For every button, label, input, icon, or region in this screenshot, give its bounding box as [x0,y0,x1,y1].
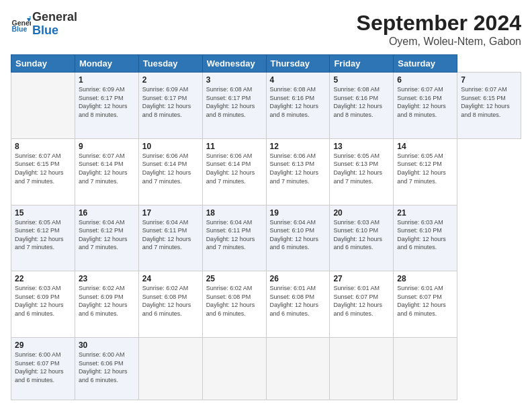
calendar-title: September 2024 [357,11,521,36]
table-cell [394,338,457,400]
col-friday: Friday [330,55,394,73]
day-number: 28 [397,274,453,283]
table-cell [202,338,266,400]
table-cell: 21 Sunrise: 6:03 AM Sunset: 6:10 PM Dayl… [394,205,457,271]
day-number: 25 [206,274,263,283]
day-number: 22 [15,274,71,283]
table-cell: 10 Sunrise: 6:06 AM Sunset: 6:14 PM Dayl… [138,138,202,205]
day-number: 6 [397,75,453,85]
calendar-table: Sunday Monday Tuesday Wednesday Thursday… [11,54,521,400]
logo-general: General [32,11,77,24]
table-cell: 1 Sunrise: 6:09 AM Sunset: 6:17 PM Dayli… [75,73,138,139]
day-number: 11 [206,142,263,151]
day-number: 3 [206,75,263,85]
table-cell: 26 Sunrise: 6:01 AM Sunset: 6:08 PM Dayl… [266,271,330,338]
day-info: Sunrise: 6:01 AM Sunset: 6:07 PM Dayligh… [397,284,453,318]
day-info: Sunrise: 6:00 AM Sunset: 6:07 PM Dayligh… [15,351,71,384]
table-cell: 13 Sunrise: 6:05 AM Sunset: 6:13 PM Dayl… [330,138,394,205]
day-number: 15 [15,208,71,218]
day-info: Sunrise: 6:07 AM Sunset: 6:15 PM Dayligh… [15,152,71,185]
day-number: 18 [206,208,263,218]
table-cell: 24 Sunrise: 6:02 AM Sunset: 6:08 PM Dayl… [138,271,202,338]
table-cell: 27 Sunrise: 6:01 AM Sunset: 6:07 PM Dayl… [330,271,394,338]
col-sunday: Sunday [11,55,75,73]
day-info: Sunrise: 6:03 AM Sunset: 6:10 PM Dayligh… [333,218,390,252]
table-cell: 19 Sunrise: 6:04 AM Sunset: 6:10 PM Dayl… [266,205,330,271]
table-cell: 7 Sunrise: 6:07 AM Sunset: 6:15 PM Dayli… [457,73,521,139]
day-info: Sunrise: 6:08 AM Sunset: 6:16 PM Dayligh… [270,85,326,119]
day-number: 17 [142,208,199,218]
day-info: Sunrise: 6:00 AM Sunset: 6:06 PM Dayligh… [79,351,135,384]
table-cell: 4 Sunrise: 6:08 AM Sunset: 6:16 PM Dayli… [266,73,330,139]
header: General Blue General Blue September 2024… [11,11,521,48]
day-info: Sunrise: 6:06 AM Sunset: 6:14 PM Dayligh… [206,152,263,185]
day-info: Sunrise: 6:01 AM Sunset: 6:08 PM Dayligh… [270,284,326,318]
day-info: Sunrise: 6:09 AM Sunset: 6:17 PM Dayligh… [79,85,135,119]
logo: General Blue General Blue [11,11,77,38]
table-cell: 14 Sunrise: 6:05 AM Sunset: 6:12 PM Dayl… [394,138,457,205]
table-cell: 17 Sunrise: 6:04 AM Sunset: 6:11 PM Dayl… [138,205,202,271]
table-cell: 28 Sunrise: 6:01 AM Sunset: 6:07 PM Dayl… [394,271,457,338]
svg-text:Blue: Blue [12,25,28,33]
table-cell: 5 Sunrise: 6:08 AM Sunset: 6:16 PM Dayli… [330,73,394,139]
day-number: 2 [142,75,199,85]
day-info: Sunrise: 6:04 AM Sunset: 6:12 PM Dayligh… [79,218,135,252]
day-number: 26 [270,274,326,283]
table-cell [266,338,330,400]
day-number: 8 [15,142,71,151]
col-saturday: Saturday [394,55,457,73]
day-number: 29 [15,340,71,350]
day-number: 7 [461,75,517,85]
col-tuesday: Tuesday [138,55,202,73]
day-number: 19 [270,208,326,218]
col-monday: Monday [75,55,138,73]
calendar-week-row: 15 Sunrise: 6:05 AM Sunset: 6:12 PM Dayl… [11,205,521,271]
day-number: 14 [397,142,453,151]
table-cell [138,338,202,400]
day-info: Sunrise: 6:05 AM Sunset: 6:12 PM Dayligh… [15,218,71,252]
day-number: 12 [270,142,326,151]
table-cell: 11 Sunrise: 6:06 AM Sunset: 6:14 PM Dayl… [202,138,266,205]
table-cell: 30 Sunrise: 6:00 AM Sunset: 6:06 PM Dayl… [75,338,138,400]
day-number: 9 [79,142,135,151]
day-info: Sunrise: 6:03 AM Sunset: 6:10 PM Dayligh… [397,218,453,252]
day-number: 24 [142,274,199,283]
day-number: 13 [333,142,390,151]
table-cell: 6 Sunrise: 6:07 AM Sunset: 6:16 PM Dayli… [394,73,457,139]
calendar-header-row: Sunday Monday Tuesday Wednesday Thursday… [11,55,521,73]
table-cell: 12 Sunrise: 6:06 AM Sunset: 6:13 PM Dayl… [266,138,330,205]
table-cell: 15 Sunrise: 6:05 AM Sunset: 6:12 PM Dayl… [11,205,75,271]
day-info: Sunrise: 6:04 AM Sunset: 6:11 PM Dayligh… [206,218,263,252]
day-number: 4 [270,75,326,85]
logo-text: General Blue [32,11,77,38]
table-cell [11,73,75,139]
page: General Blue General Blue September 2024… [0,0,532,411]
table-cell: 16 Sunrise: 6:04 AM Sunset: 6:12 PM Dayl… [75,205,138,271]
calendar-week-row: 1 Sunrise: 6:09 AM Sunset: 6:17 PM Dayli… [11,73,521,139]
day-info: Sunrise: 6:07 AM Sunset: 6:14 PM Dayligh… [79,152,135,185]
table-cell: 20 Sunrise: 6:03 AM Sunset: 6:10 PM Dayl… [330,205,394,271]
logo-icon: General Blue [11,14,31,34]
logo-blue: Blue [32,24,77,38]
day-number: 27 [333,274,390,283]
table-cell: 3 Sunrise: 6:08 AM Sunset: 6:17 PM Dayli… [202,73,266,139]
day-info: Sunrise: 6:05 AM Sunset: 6:13 PM Dayligh… [333,152,390,185]
day-info: Sunrise: 6:02 AM Sunset: 6:08 PM Dayligh… [206,284,263,318]
day-info: Sunrise: 6:07 AM Sunset: 6:16 PM Dayligh… [397,85,453,119]
table-cell: 23 Sunrise: 6:02 AM Sunset: 6:09 PM Dayl… [75,271,138,338]
table-cell [330,338,394,400]
col-wednesday: Wednesday [202,55,266,73]
table-cell: 8 Sunrise: 6:07 AM Sunset: 6:15 PM Dayli… [11,138,75,205]
calendar-subtitle: Oyem, Woleu-Ntem, Gabon [357,36,521,48]
table-cell: 29 Sunrise: 6:00 AM Sunset: 6:07 PM Dayl… [11,338,75,400]
day-info: Sunrise: 6:08 AM Sunset: 6:16 PM Dayligh… [333,85,390,119]
day-info: Sunrise: 6:01 AM Sunset: 6:07 PM Dayligh… [333,284,390,318]
day-number: 16 [79,208,135,218]
day-info: Sunrise: 6:06 AM Sunset: 6:13 PM Dayligh… [270,152,326,185]
day-info: Sunrise: 6:04 AM Sunset: 6:10 PM Dayligh… [270,218,326,252]
day-info: Sunrise: 6:02 AM Sunset: 6:08 PM Dayligh… [142,284,199,318]
day-info: Sunrise: 6:03 AM Sunset: 6:09 PM Dayligh… [15,284,71,318]
day-number: 5 [333,75,390,85]
day-info: Sunrise: 6:05 AM Sunset: 6:12 PM Dayligh… [397,152,453,185]
day-number: 30 [79,340,135,350]
